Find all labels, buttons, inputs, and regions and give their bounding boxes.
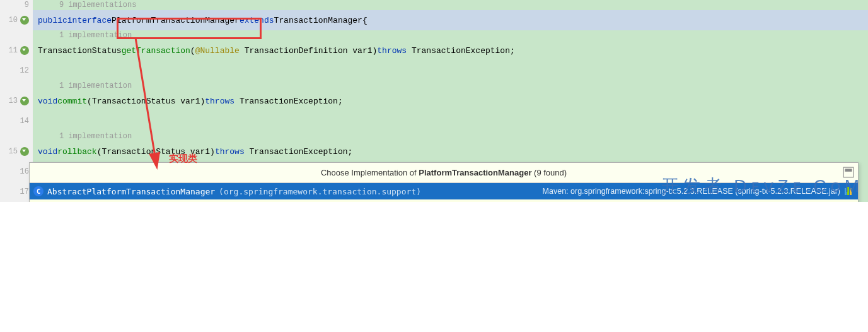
svg-rect-1: [845, 169, 852, 172]
watermark: 开发者 DᴇᴠZᴇ.CᴏM: [661, 174, 863, 198]
implements-gutter-icon[interactable]: [20, 97, 29, 105]
blank-line: [33, 61, 868, 81]
line-number: 16: [20, 167, 29, 176]
implementation-package: (org.springframework.transaction.support…: [219, 187, 421, 196]
implementation-item[interactable]: ICallbackPreferringPlatformTransactionMa…: [30, 199, 858, 202]
line-number: 10: [9, 16, 18, 25]
implementations-hint[interactable]: 1 implementation: [38, 81, 132, 90]
implementation-name: AbstractPlatformTransactionManager: [47, 187, 215, 196]
line-gutter: 9 10 11 12 13 14 15 16 17: [0, 0, 33, 202]
line-number: 13: [9, 97, 18, 105]
implementations-hint[interactable]: 9 implementations: [38, 1, 136, 9]
implements-gutter-icon[interactable]: [20, 16, 29, 25]
line-number: 14: [20, 117, 29, 126]
line-number: 9: [25, 1, 29, 9]
line-number: 15: [9, 147, 18, 156]
blank-line: [33, 111, 868, 131]
class-icon: C: [33, 186, 43, 196]
implements-gutter-icon[interactable]: [20, 147, 29, 156]
implementations-hint[interactable]: 1 implementation: [38, 132, 132, 141]
implements-gutter-icon[interactable]: [20, 46, 29, 55]
line-number: 17: [20, 187, 29, 196]
method-line[interactable]: TransactionStatus getTransaction(@Nullab…: [33, 40, 868, 61]
line-number: 11: [9, 46, 18, 55]
method-line[interactable]: void rollback(TransactionStatus var1) th…: [33, 141, 868, 162]
line-number: 12: [20, 66, 29, 75]
method-line[interactable]: void commit(TransactionStatus var1) thro…: [33, 91, 868, 111]
annotation-impl-class: 实现类: [169, 153, 197, 165]
annotation-box: [117, 18, 262, 39]
